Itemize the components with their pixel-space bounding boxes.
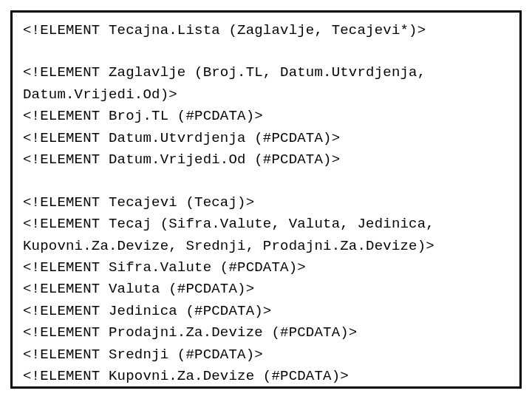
dtd-line: <!ELEMENT Sifra.Valute (#PCDATA)>: [23, 257, 509, 279]
dtd-line: <!ELEMENT Tecaj (Sifra.Valute, Valuta, J…: [23, 214, 509, 257]
dtd-line: <!ELEMENT Tecajna.Lista (Zaglavlje, Teca…: [23, 20, 509, 41]
dtd-frame: <!ELEMENT Tecajna.Lista (Zaglavlje, Teca…: [10, 10, 522, 389]
dtd-line: <!ELEMENT Valuta (#PCDATA)>: [23, 279, 509, 300]
dtd-line: <!ELEMENT Kupovni.Za.Devize (#PCDATA)>: [23, 366, 509, 387]
dtd-line: <!ELEMENT Jedinica (#PCDATA)>: [23, 301, 509, 322]
dtd-line: <!ELEMENT Datum.Vrijedi.Od (#PCDATA)>: [23, 149, 509, 171]
blank-line: [23, 171, 509, 192]
dtd-line: <!ELEMENT Tecajevi (Tecaj)>: [23, 192, 509, 214]
blank-line: [23, 41, 509, 62]
dtd-line: <!ELEMENT Zaglavlje (Broj.TL, Datum.Utvr…: [23, 62, 509, 106]
dtd-line: <!ELEMENT Prodajni.Za.Devize (#PCDATA)>: [23, 322, 509, 344]
dtd-line: <!ELEMENT Broj.TL (#PCDATA)>: [23, 106, 509, 127]
dtd-line: <!ELEMENT Datum.Utvrdjenja (#PCDATA)>: [23, 128, 509, 149]
dtd-line: <!ELEMENT Srednji (#PCDATA)>: [23, 344, 509, 366]
